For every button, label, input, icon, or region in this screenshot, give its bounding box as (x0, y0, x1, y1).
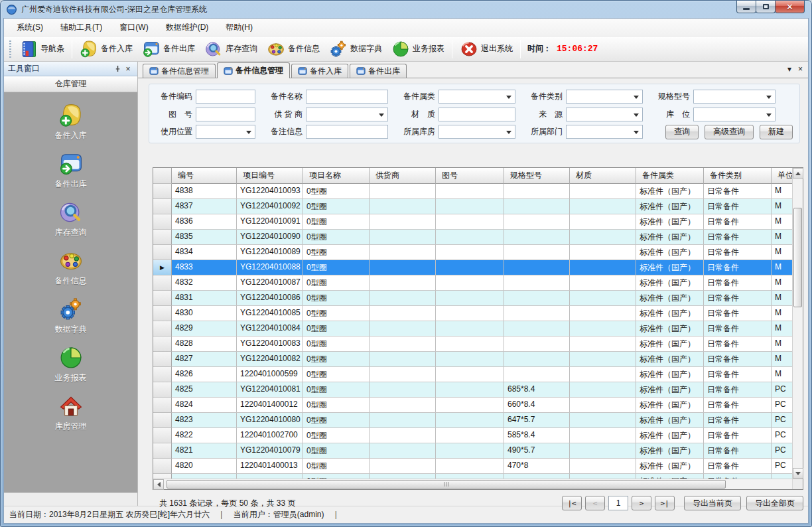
prev-page-button[interactable]: < (585, 496, 605, 510)
row-selector[interactable] (153, 413, 172, 428)
form-field-select[interactable] (439, 125, 515, 139)
form-field-select[interactable] (439, 90, 515, 104)
sidebar-group-header[interactable]: 仓库管理 (4, 76, 137, 92)
row-selector[interactable] (153, 199, 172, 214)
table-row[interactable]: 4830YG122040100850型圈标准件（国产）日常备件M (153, 306, 792, 321)
table-row[interactable]: 4823YG122040100800型圈647*5.7标准件（国产）日常备件PC (153, 413, 792, 428)
menu-item-window[interactable]: 窗口(W) (111, 19, 157, 36)
maximize-button[interactable] (756, 1, 776, 13)
toolbar-stock-query-button[interactable]: 库存查询 (200, 38, 262, 60)
menu-item-system[interactable]: 系统(S) (8, 19, 52, 36)
tab-parts-info-mgmt-1[interactable]: 备件信息管理 (143, 64, 216, 78)
export-all-pages-button[interactable]: 导出全部页 (746, 496, 803, 510)
table-row[interactable]: 482212204010027000型圈585*8.4标准件（国产）日常备件PC (153, 428, 792, 443)
table-row[interactable]: 482412204014000120型圈660*8.4标准件（国产）日常备件PC (153, 398, 792, 413)
menu-item-aux-tools[interactable]: 辅助工具(T) (52, 19, 111, 36)
form-field-input[interactable] (196, 108, 255, 121)
form-field-select[interactable] (306, 108, 388, 121)
form-field-input[interactable] (439, 108, 515, 121)
row-selector[interactable]: ▶ (153, 260, 172, 275)
toolbar-report-button[interactable]: 业务报表 (387, 38, 449, 60)
tab-parts-inbound[interactable]: 备件入库 (291, 64, 348, 78)
tab-parts-outbound[interactable]: 备件出库 (350, 64, 407, 78)
row-selector[interactable] (153, 459, 172, 474)
vertical-scrollbar[interactable] (792, 168, 803, 479)
table-row[interactable]: 4832YG122040100870型圈标准件（国产）日常备件M (153, 275, 792, 291)
table-row[interactable]: 4821YG122040100790型圈490*5.7标准件（国产）日常备件PC (153, 443, 792, 459)
last-page-button[interactable]: >| (655, 496, 675, 510)
table-row[interactable]: 4836YG122040100910型圈标准件（国产）日常备件M (153, 214, 792, 230)
menu-item-help[interactable]: 帮助(H) (217, 19, 261, 36)
table-row[interactable]: 4828YG122040100830型圈标准件（国产）日常备件M (153, 337, 792, 352)
table-row[interactable]: 4835YG122040100900型圈标准件（国产）日常备件M (153, 230, 792, 245)
horizontal-scrollbar[interactable] (153, 479, 792, 489)
advanced-query-button[interactable]: 高级查询 (705, 125, 754, 139)
sidebar-item-parts-inbound[interactable]: 备件入库 (31, 103, 111, 141)
tab-close-icon[interactable]: × (798, 64, 803, 74)
sidebar-item-parts-outbound[interactable]: 备件出库 (31, 151, 111, 190)
row-selector[interactable] (153, 291, 172, 306)
sidebar-item-data-dict[interactable]: 数据字典 (31, 297, 111, 335)
row-selector[interactable] (153, 184, 172, 199)
form-field-select[interactable] (693, 108, 776, 121)
column-header[interactable]: 项目编号 (237, 168, 303, 184)
export-current-page-button[interactable]: 导出当前页 (684, 496, 741, 510)
table-row[interactable]: 4831YG122040100860型圈标准件（国产）日常备件M (153, 291, 792, 306)
minimize-button[interactable] (736, 1, 756, 13)
row-selector[interactable] (153, 214, 172, 230)
row-selector[interactable] (153, 321, 172, 337)
table-row[interactable]: ▶4833YG122040100880型圈标准件（国产）日常备件M (153, 260, 792, 275)
column-header[interactable]: 规格型号 (504, 168, 570, 184)
row-selector[interactable] (153, 367, 172, 382)
toolbar-navbar-button[interactable]: 导航条 (15, 38, 69, 60)
table-row[interactable]: 482012204014000130型圈470*8标准件（国产）日常备件PC (153, 459, 792, 474)
query-button[interactable]: 查询 (665, 125, 699, 139)
column-header[interactable]: 图号 (436, 168, 504, 184)
sidebar-item-warehouse-mgmt[interactable]: 库房管理 (31, 394, 111, 432)
tab-parts-info-mgmt-2[interactable]: 备件信息管理 (217, 62, 290, 78)
toolbar-parts-info-button[interactable]: 备件信息 (262, 38, 324, 60)
column-header[interactable]: 编号 (172, 168, 237, 184)
sidebar-item-report[interactable]: 业务报表 (31, 345, 111, 384)
form-field-select[interactable] (566, 90, 643, 104)
row-selector[interactable] (153, 428, 172, 443)
form-field-input[interactable] (196, 90, 255, 104)
first-page-button[interactable]: |< (562, 496, 582, 510)
toolbar-parts-outbound-button[interactable]: 备件出库 (137, 38, 200, 60)
form-field-input[interactable] (306, 90, 388, 104)
sidebar-item-parts-info[interactable]: 备件信息 (31, 248, 111, 287)
close-button[interactable]: ✕ (775, 1, 805, 13)
row-selector[interactable] (153, 230, 172, 245)
table-row[interactable]: 4834YG122040100890型圈标准件（国产）日常备件M (153, 245, 792, 260)
column-header[interactable]: 备件属类 (636, 168, 704, 184)
form-field-input[interactable] (306, 125, 388, 139)
row-selector[interactable] (153, 245, 172, 260)
column-header[interactable]: 供货商 (370, 168, 436, 184)
toolbar-exit-button[interactable]: 退出系统 (455, 38, 517, 60)
column-header[interactable]: 单位 (772, 168, 792, 184)
page-number-input[interactable]: 1 (608, 496, 628, 510)
form-field-select[interactable] (566, 125, 643, 139)
sidebar-item-stock-query[interactable]: 库存查询 (31, 200, 111, 238)
column-header[interactable]: 材质 (570, 168, 636, 184)
scroll-up-icon[interactable] (793, 168, 803, 179)
scroll-left-icon[interactable] (153, 479, 164, 490)
column-header[interactable]: 项目名称 (303, 168, 370, 184)
horizontal-scroll-thumb[interactable] (167, 480, 726, 489)
menu-item-data-maintain[interactable]: 数据维护(D) (157, 19, 218, 36)
table-row[interactable]: 0型圈标准件（国产）日常备件 (153, 474, 792, 479)
form-field-select[interactable] (693, 90, 776, 104)
form-field-select[interactable] (196, 125, 255, 139)
pin-icon[interactable] (112, 64, 123, 74)
row-selector[interactable] (153, 398, 172, 413)
panel-close-icon[interactable]: × (123, 64, 133, 74)
toolbar-data-dict-button[interactable]: 数据字典 (324, 38, 387, 60)
row-selector[interactable] (153, 443, 172, 459)
table-row[interactable]: 4838YG122040100930型圈标准件（国产）日常备件M (153, 184, 792, 199)
scroll-down-icon[interactable] (793, 468, 803, 479)
table-row[interactable]: 4825YG122040100810型圈685*8.4标准件（国产）日常备件PC (153, 382, 792, 398)
table-row[interactable]: 4829YG122040100840型圈标准件（国产）日常备件M (153, 321, 792, 337)
table-row[interactable]: 4837YG122040100920型圈标准件（国产）日常备件M (153, 199, 792, 214)
form-field-select[interactable] (566, 108, 643, 121)
row-selector[interactable] (153, 306, 172, 321)
